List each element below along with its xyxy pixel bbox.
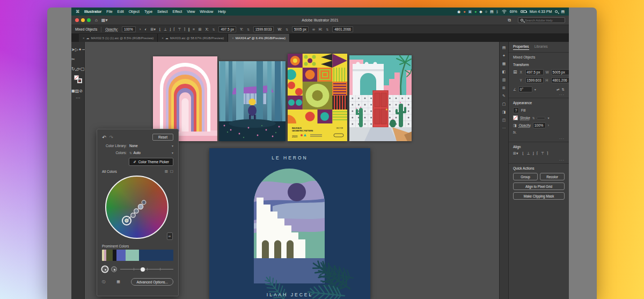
menu-item[interactable]: Object bbox=[129, 10, 140, 13]
dock-more-icon[interactable]: ⋯ bbox=[502, 126, 506, 130]
undo-icon[interactable]: ↶ bbox=[102, 135, 106, 140]
more-options-icon[interactable]: ··· bbox=[559, 93, 565, 97]
spotlight-icon[interactable] bbox=[555, 10, 558, 13]
tab-libraries[interactable]: Libraries bbox=[535, 45, 548, 50]
y-field[interactable]: 1599.6033 bbox=[253, 26, 274, 32]
color-mode-button-1[interactable] bbox=[102, 266, 108, 272]
more-appearance-icon[interactable]: ··· bbox=[559, 137, 565, 141]
opacity-label[interactable]: Opacity bbox=[519, 123, 531, 127]
share-icon[interactable]: ⧉ bbox=[508, 18, 511, 23]
reference-point-icon[interactable]: ⊞ bbox=[199, 27, 202, 32]
h-field[interactable]: 4801.2066 bbox=[332, 26, 353, 32]
redo-icon[interactable]: ↷ bbox=[109, 135, 114, 140]
group-button[interactable]: Group bbox=[513, 173, 538, 180]
align-button[interactable]: ⊤ bbox=[178, 27, 181, 32]
menu-item[interactable]: Help bbox=[218, 10, 225, 13]
flip-vertical-icon[interactable]: ⇅ bbox=[562, 87, 565, 92]
w-stepper[interactable]: ⇅ bbox=[286, 28, 288, 31]
colors-select[interactable]: ⇅ Auto ▾ bbox=[129, 151, 173, 155]
align-button[interactable]: ⊤ bbox=[541, 151, 544, 156]
tab-properties[interactable]: Properties bbox=[513, 45, 529, 50]
w-field[interactable]: 5005 px bbox=[292, 26, 309, 32]
prominent-swatch-black[interactable] bbox=[113, 250, 116, 261]
opacity-field[interactable]: 100% bbox=[533, 122, 546, 128]
reset-button[interactable]: Reset bbox=[152, 134, 173, 141]
y-stepper[interactable]: ⇅ bbox=[247, 28, 250, 31]
minimize-window-button[interactable] bbox=[81, 18, 85, 22]
rotate-tool[interactable]: ↻ bbox=[71, 67, 75, 71]
menu-item[interactable]: Edit bbox=[118, 10, 124, 13]
dock-color-icon[interactable]: ▦ bbox=[502, 62, 506, 66]
fill-stroke-indicator[interactable] bbox=[74, 75, 82, 83]
creative-cloud-icon[interactable]: ● bbox=[463, 10, 465, 13]
align-button[interactable]: ∥ bbox=[188, 27, 190, 32]
align-button[interactable]: ≡ bbox=[193, 27, 195, 32]
dock-symbols-icon[interactable]: ⊞ bbox=[502, 86, 506, 90]
document-tab[interactable]: × ☁ MAX02.5 (1) (1).aic @ 8.5% (RGB/Prev… bbox=[79, 34, 158, 42]
app-icon-blue[interactable]: ▣ bbox=[468, 10, 472, 14]
recolor-artwork-icon[interactable]: ◐ bbox=[144, 27, 147, 31]
prominent-swatch-navy[interactable] bbox=[139, 250, 173, 261]
app-icon-green[interactable]: ● bbox=[474, 10, 477, 13]
opacity-label[interactable]: Opacity: bbox=[105, 27, 118, 31]
h-stepper[interactable]: ⇅ bbox=[326, 28, 329, 31]
x-field[interactable]: 497.5 px bbox=[218, 26, 236, 32]
flip-horizontal-icon[interactable]: ⇄ bbox=[557, 87, 559, 92]
dock-libraries-icon[interactable]: ▤ bbox=[502, 46, 506, 50]
constrain-proportions-icon[interactable]: ∞ bbox=[312, 27, 315, 31]
wifi-icon[interactable] bbox=[502, 10, 507, 13]
circle-icon[interactable]: ○ bbox=[485, 10, 487, 13]
align-button[interactable]: ⌊ bbox=[159, 27, 161, 32]
dock-magic-icon[interactable]: ✦ bbox=[502, 54, 506, 58]
close-tab-icon[interactable]: × bbox=[232, 37, 234, 40]
none-button[interactable]: ⊘ bbox=[79, 89, 83, 93]
prominent-swatch-indigo[interactable] bbox=[116, 250, 126, 261]
align-to-pixel-grid-button[interactable]: Align to Pixel Grid bbox=[513, 183, 565, 190]
info-icon[interactable]: ⓘ bbox=[102, 280, 106, 285]
menu-item[interactable]: File bbox=[106, 10, 112, 13]
stroke-swatch[interactable] bbox=[513, 115, 518, 120]
bluetooth-icon[interactable]: ᛒ bbox=[496, 10, 499, 13]
x-field[interactable]: 497.5 px bbox=[525, 69, 544, 75]
document-tab[interactable]: × MAX04.ai* @ 6.4% (RGB/Preview) bbox=[228, 34, 290, 42]
align-options-icon[interactable]: ⊞▾ bbox=[513, 151, 518, 156]
close-window-button[interactable] bbox=[75, 18, 79, 22]
align-button[interactable]: ⌊ bbox=[522, 151, 524, 156]
close-tab-icon[interactable]: × bbox=[83, 37, 85, 40]
reference-point-locator[interactable]: ⊞ bbox=[513, 69, 517, 85]
dock-artboards-icon[interactable]: ◫ bbox=[502, 118, 506, 122]
dock-stroke-icon[interactable]: ✎ bbox=[502, 94, 506, 98]
opacity-field[interactable]: 100% bbox=[122, 26, 136, 32]
dock-appearance-icon[interactable]: ◨ bbox=[502, 110, 506, 114]
dock-transparency-icon[interactable]: ▢ bbox=[502, 102, 506, 106]
stroke-weight-field[interactable] bbox=[537, 117, 545, 119]
fill-label[interactable]: Fill bbox=[521, 108, 525, 112]
artboard-forest-scene[interactable] bbox=[219, 61, 286, 141]
advanced-options-button[interactable]: Advanced Options... bbox=[131, 278, 173, 286]
zoom-window-button[interactable] bbox=[87, 18, 91, 22]
align-button[interactable]: ⌋ bbox=[532, 151, 534, 156]
rotation-chevron-icon[interactable]: ▾ bbox=[535, 87, 536, 91]
color-mode-button-2[interactable] bbox=[111, 266, 117, 272]
app-menu-illustrator[interactable]: Illustrator bbox=[84, 10, 101, 13]
fx-icon[interactable]: fx. bbox=[513, 130, 517, 134]
close-tab-icon[interactable]: × bbox=[162, 37, 164, 40]
colors-stepper-icon[interactable]: ⇅ bbox=[129, 151, 132, 155]
x-stepper[interactable]: ⇅ bbox=[213, 28, 215, 31]
color-library-select[interactable]: None ▾ bbox=[129, 144, 173, 148]
align-button[interactable]: ⊥ bbox=[164, 27, 167, 32]
h-field[interactable]: 4801.206 bbox=[551, 77, 569, 83]
scissors-tool[interactable]: ✂ bbox=[71, 57, 75, 62]
align-button[interactable]: ⊥ bbox=[526, 151, 530, 156]
align-button[interactable]: ⌈ bbox=[174, 27, 175, 32]
align-button[interactable]: ⌉ bbox=[184, 27, 185, 32]
display-icon[interactable]: ▤ bbox=[490, 10, 494, 14]
harmony-link-icon[interactable]: ∞ bbox=[167, 232, 173, 240]
prominent-swatch-seafoam[interactable] bbox=[126, 250, 139, 261]
help-search-box[interactable] bbox=[518, 17, 565, 23]
menu-item[interactable]: Select bbox=[157, 10, 167, 13]
apple-menu-icon[interactable]: ⌘ bbox=[76, 10, 79, 14]
artboard-pink-house[interactable] bbox=[349, 55, 412, 141]
color-wheel-handles[interactable] bbox=[105, 176, 171, 241]
record-icon[interactable]: ◉ bbox=[457, 10, 460, 14]
